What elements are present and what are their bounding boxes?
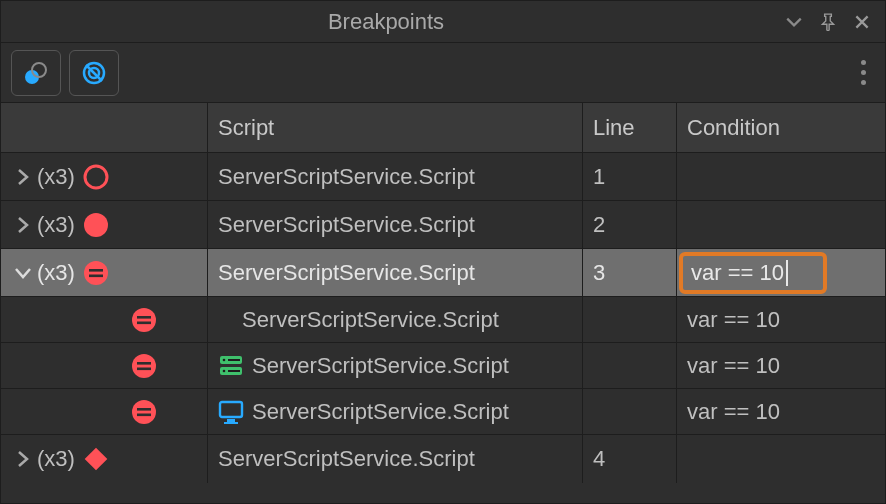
svg-point-1 xyxy=(32,63,46,77)
breakpoint-filter-button[interactable] xyxy=(69,50,119,96)
table-row[interactable]: (x3) ServerScriptService.Script 2 xyxy=(1,201,885,249)
col-header-line[interactable]: Line xyxy=(583,103,677,152)
condition-input[interactable]: var == 10 xyxy=(679,252,827,294)
table-header-row: Script Line Condition xyxy=(1,103,885,153)
svg-rect-23 xyxy=(137,413,151,416)
chevron-right-icon[interactable] xyxy=(13,167,33,187)
svg-point-12 xyxy=(132,354,156,378)
svg-rect-7 xyxy=(89,269,103,272)
group-cell[interactable]: (x3) xyxy=(1,153,208,200)
svg-rect-24 xyxy=(220,402,242,417)
titlebar: Breakpoints xyxy=(1,1,885,43)
svg-rect-19 xyxy=(228,359,240,361)
group-count: (x3) xyxy=(37,164,75,190)
pin-icon[interactable] xyxy=(819,13,837,31)
panel-title: Breakpoints xyxy=(328,9,444,35)
svg-rect-13 xyxy=(137,362,151,365)
svg-point-4 xyxy=(85,166,107,188)
table-row[interactable]: ServerScriptService.Script var == 10 xyxy=(1,297,885,343)
condition-cell[interactable]: var == 10 xyxy=(677,343,885,388)
table-row[interactable]: (x3) ServerScriptService.Script 3 var ==… xyxy=(1,249,885,297)
script-cell: ServerScriptService.Script xyxy=(208,343,583,388)
breakpoint-conditional-icon xyxy=(81,258,111,288)
script-cell: ServerScriptService.Script xyxy=(208,201,583,248)
group-cell xyxy=(1,389,208,434)
svg-rect-25 xyxy=(227,419,235,422)
table-row[interactable]: (x3) ServerScriptService.Script 4 xyxy=(1,435,885,483)
breakpoint-circle-solid-icon xyxy=(81,210,111,240)
svg-point-21 xyxy=(132,400,156,424)
line-cell: 2 xyxy=(583,201,677,248)
condition-cell[interactable]: var == 10 xyxy=(677,249,885,296)
svg-rect-11 xyxy=(137,321,151,324)
svg-rect-20 xyxy=(228,370,240,372)
svg-rect-22 xyxy=(137,408,151,411)
script-cell: ServerScriptService.Script xyxy=(208,435,583,483)
script-cell: ServerScriptService.Script xyxy=(208,297,583,342)
breakpoint-logpoint-icon xyxy=(81,444,111,474)
script-cell: ServerScriptService.Script xyxy=(208,249,583,296)
panel-dropdown-icon[interactable] xyxy=(785,13,803,31)
group-cell[interactable]: (x3) xyxy=(1,435,208,483)
svg-point-6 xyxy=(84,261,108,285)
svg-point-17 xyxy=(223,358,226,361)
line-cell: 4 xyxy=(583,435,677,483)
condition-cell[interactable]: var == 10 xyxy=(677,297,885,342)
svg-point-18 xyxy=(223,369,226,372)
breakpoints-panel: Breakpoints xyxy=(0,0,886,504)
breakpoint-circle-outline-icon xyxy=(81,162,111,192)
script-cell: ServerScriptService.Script xyxy=(208,389,583,434)
col-header-condition[interactable]: Condition xyxy=(677,103,885,152)
line-cell xyxy=(583,389,677,434)
script-cell: ServerScriptService.Script xyxy=(208,153,583,200)
group-cell xyxy=(1,297,208,342)
line-cell: 3 xyxy=(583,249,677,296)
group-cell[interactable]: (x3) xyxy=(1,249,208,296)
server-icon xyxy=(218,353,244,379)
text-caret xyxy=(786,260,788,286)
group-cell xyxy=(1,343,208,388)
more-icon[interactable] xyxy=(851,60,875,85)
table-row[interactable]: ServerScriptService.Script var == 10 xyxy=(1,389,885,435)
svg-rect-10 xyxy=(137,316,151,319)
breakpoint-conditional-icon xyxy=(129,397,159,427)
client-monitor-icon xyxy=(218,399,244,425)
chevron-right-icon[interactable] xyxy=(13,215,33,235)
group-count: (x3) xyxy=(37,212,75,238)
line-cell xyxy=(583,297,677,342)
svg-rect-14 xyxy=(137,367,151,370)
chevron-right-icon[interactable] xyxy=(13,449,33,469)
condition-cell[interactable] xyxy=(677,435,885,483)
group-count: (x3) xyxy=(37,260,75,286)
line-cell xyxy=(583,343,677,388)
svg-point-9 xyxy=(132,308,156,332)
condition-cell[interactable] xyxy=(677,201,885,248)
chevron-down-icon[interactable] xyxy=(13,263,33,283)
new-breakpoint-button[interactable] xyxy=(11,50,61,96)
breakpoints-table: Script Line Condition (x3) ServerScriptS… xyxy=(1,103,885,503)
table-row[interactable]: ServerScriptService.Script var == 10 xyxy=(1,343,885,389)
col-header-group[interactable] xyxy=(1,103,208,152)
col-header-script[interactable]: Script xyxy=(208,103,583,152)
breakpoint-conditional-icon xyxy=(129,305,159,335)
condition-cell[interactable]: var == 10 xyxy=(677,389,885,434)
close-icon[interactable] xyxy=(853,13,871,31)
svg-rect-8 xyxy=(89,274,103,277)
group-cell[interactable]: (x3) xyxy=(1,201,208,248)
toolbar xyxy=(1,43,885,103)
condition-cell[interactable] xyxy=(677,153,885,200)
line-cell: 1 xyxy=(583,153,677,200)
condition-value: var == 10 xyxy=(691,260,784,286)
breakpoint-conditional-icon xyxy=(129,351,159,381)
svg-point-5 xyxy=(84,213,108,237)
svg-rect-27 xyxy=(85,448,108,471)
table-row[interactable]: (x3) ServerScriptService.Script 1 xyxy=(1,153,885,201)
svg-rect-26 xyxy=(224,422,238,424)
group-count: (x3) xyxy=(37,446,75,472)
